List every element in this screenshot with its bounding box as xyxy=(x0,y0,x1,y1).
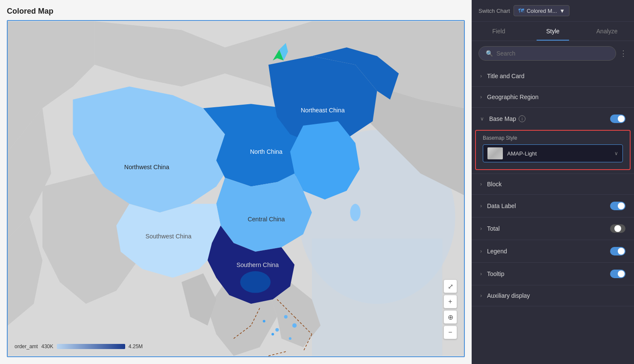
chart-type-chevron: ▼ xyxy=(560,8,565,14)
total-toggle[interactable] xyxy=(610,224,625,233)
legend-toggle[interactable] xyxy=(610,247,625,255)
legend-max: 4.25M xyxy=(129,343,143,349)
switch-chart-label: Switch Chart xyxy=(478,8,510,14)
svg-rect-2 xyxy=(312,238,442,356)
base-map-toggle[interactable] xyxy=(610,114,625,123)
svg-point-16 xyxy=(284,315,288,318)
chevron-icon: › xyxy=(480,203,482,209)
zoom-in-button[interactable]: + xyxy=(443,295,457,308)
chart-type-name: Colored M... xyxy=(527,8,557,14)
svg-point-22 xyxy=(350,204,361,221)
base-map-label: Base Map i xyxy=(489,115,610,122)
data-label-toggle[interactable] xyxy=(610,202,625,210)
section-base-map: ∨ Base Map i Basemap Style AMAP-Light ∨ xyxy=(472,108,634,174)
section-geographic-region[interactable]: › Geographic Region xyxy=(472,87,634,108)
map-controls: ⤢ + ⊕ − xyxy=(443,279,457,339)
basemap-preview xyxy=(487,147,503,159)
svg-text:Northwest China: Northwest China xyxy=(124,164,169,170)
chevron-icon: › xyxy=(480,73,482,79)
basemap-selector[interactable]: AMAP-Light ∨ xyxy=(483,144,623,162)
tab-field[interactable]: Field xyxy=(472,22,526,41)
svg-text:Central China: Central China xyxy=(248,216,285,223)
chart-container: Northwest China North China Northeast Ch… xyxy=(7,20,465,357)
chevron-icon: › xyxy=(480,293,482,299)
more-options-icon[interactable]: ⋮ xyxy=(619,49,627,58)
section-block[interactable]: › Block xyxy=(472,174,634,195)
chevron-icon: › xyxy=(480,248,482,254)
locate-button[interactable]: ⊕ xyxy=(443,310,457,324)
legend-bar: order_amt 430K 4.25M xyxy=(15,343,143,349)
section-total[interactable]: › Total xyxy=(472,217,634,240)
svg-text:Southwest China: Southwest China xyxy=(146,233,192,240)
legend-gradient xyxy=(57,344,125,349)
svg-point-8 xyxy=(240,271,270,293)
svg-text:Northeast China: Northeast China xyxy=(301,107,345,114)
section-total-label: Total xyxy=(487,225,610,232)
basemap-style-label: Basemap Style xyxy=(483,135,623,141)
panel-header: Switch Chart 🗺 Colored M... ▼ xyxy=(472,0,634,22)
svg-text:Southern China: Southern China xyxy=(236,261,279,268)
zoom-out-button[interactable]: − xyxy=(443,326,457,339)
section-title-card-label: Title and Card xyxy=(487,73,625,79)
section-data-label[interactable]: › Data Label xyxy=(472,195,634,217)
base-map-header[interactable]: ∨ Base Map i xyxy=(472,108,634,130)
tab-analyze[interactable]: Analyze xyxy=(580,22,634,41)
panel-tabs: Field Style Analyze xyxy=(472,22,634,41)
basemap-preview-inner xyxy=(487,147,503,159)
search-box[interactable]: 🔍 xyxy=(478,46,616,61)
panel-search: 🔍 ⋮ xyxy=(472,41,634,66)
tab-style[interactable]: Style xyxy=(526,22,580,41)
svg-point-19 xyxy=(263,320,265,323)
chart-type-icon: 🗺 xyxy=(518,7,524,14)
search-input[interactable] xyxy=(496,50,609,57)
chart-area: Colored Map Northwest China xyxy=(0,0,472,364)
section-legend[interactable]: › Legend xyxy=(472,240,634,263)
section-block-label: Block xyxy=(487,181,625,188)
svg-point-21 xyxy=(289,337,291,340)
basemap-name: AMAP-Light xyxy=(507,150,610,157)
info-icon: i xyxy=(519,115,525,122)
svg-point-18 xyxy=(276,328,279,332)
legend-field: order_amt xyxy=(15,343,38,349)
svg-point-20 xyxy=(271,333,274,335)
search-icon: 🔍 xyxy=(486,50,493,57)
map-svg: Northwest China North China Northeast Ch… xyxy=(8,21,464,356)
chevron-down-icon: ∨ xyxy=(480,116,484,122)
section-auxiliary-display-label: Auxiliary display xyxy=(487,292,625,299)
tooltip-toggle[interactable] xyxy=(610,270,625,278)
section-auxiliary-display[interactable]: › Auxiliary display xyxy=(472,285,634,306)
panel-sections: › Title and Card › Geographic Region ∨ B… xyxy=(472,66,634,364)
svg-point-17 xyxy=(292,323,296,328)
chevron-icon: › xyxy=(480,226,482,232)
chart-title: Colored Map xyxy=(7,7,465,16)
section-tooltip[interactable]: › Tooltip xyxy=(472,263,634,285)
chevron-icon: › xyxy=(480,181,482,187)
svg-text:North China: North China xyxy=(250,148,282,155)
chevron-icon: › xyxy=(480,94,482,100)
section-tooltip-label: Tooltip xyxy=(487,270,610,277)
right-panel: Switch Chart 🗺 Colored M... ▼ Field Styl… xyxy=(472,0,634,364)
section-title-card[interactable]: › Title and Card xyxy=(472,66,634,87)
fit-button[interactable]: ⤢ xyxy=(443,279,457,293)
basemap-chevron-icon: ∨ xyxy=(614,150,618,156)
chevron-icon: › xyxy=(480,271,482,277)
basemap-style-section: Basemap Style AMAP-Light ∨ xyxy=(475,130,631,170)
section-legend-label: Legend xyxy=(487,248,610,255)
chart-type-selector[interactable]: 🗺 Colored M... ▼ xyxy=(514,5,570,16)
section-geographic-region-label: Geographic Region xyxy=(487,94,625,100)
section-data-label-label: Data Label xyxy=(487,203,610,209)
legend-min: 430K xyxy=(41,343,53,349)
